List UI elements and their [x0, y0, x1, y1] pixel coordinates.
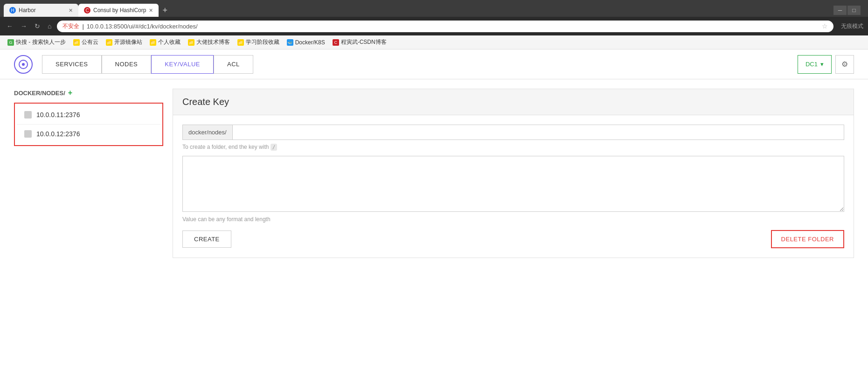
dc-label: DC1: [806, 61, 818, 68]
create-key-header: Create Key: [173, 89, 854, 115]
bookmark-star[interactable]: ☆: [822, 22, 828, 30]
hint-code-slash: /: [271, 144, 278, 151]
list-item[interactable]: 10.0.0.11:2376: [17, 105, 160, 125]
consul-logo-circle: [19, 60, 28, 69]
bookmark-3[interactable]: 📁 个人收藏: [147, 37, 183, 47]
bookmark-6-icon: 🐳: [287, 39, 293, 46]
bookmarks-bar: G 快搜 - 搜索快人一步 📁 公有云 📁 开源镜像站 📁 个人收藏 📁 大佬技…: [0, 35, 868, 49]
bookmark-2-icon: 📁: [106, 39, 112, 46]
forward-button[interactable]: →: [19, 21, 29, 31]
harbor-favicon: H: [9, 7, 16, 14]
address-url: 10.0.0.13:8500/ui/#/dc1/kv/docker/nodes/: [87, 23, 198, 30]
dc-selector-button[interactable]: DC1 ▾: [798, 55, 832, 74]
back-button[interactable]: ←: [5, 21, 15, 31]
hint-text-span: To create a folder, end the key with: [182, 144, 271, 150]
address-bar-row: ← → ↻ ⌂ 不安全 | 10.0.0.13:8500/ui/#/dc1/kv…: [0, 17, 868, 35]
key-input-row: docker/nodes/: [182, 125, 844, 140]
value-hint-text: Value can be any format and length: [182, 216, 844, 223]
bookmark-0[interactable]: G 快搜 - 搜索快人一步: [5, 37, 69, 47]
tab-harbor-label: Harbor: [19, 7, 36, 14]
bookmark-5-icon: 📁: [237, 39, 244, 46]
content-area: DOCKER/NODES/ + 10.0.0.11:2376 10.0.0.12…: [0, 79, 868, 267]
key-item-icon-1: [24, 130, 32, 138]
key-hint-text: To create a folder, end the key with /: [182, 144, 844, 150]
keyvalue-nav-button[interactable]: KEY/VALUE: [151, 55, 214, 74]
right-panel: Create Key docker/nodes/ To create a fol…: [173, 89, 854, 258]
folder-path-header: DOCKER/NODES/ +: [14, 89, 163, 97]
insecure-indicator: 不安全: [62, 22, 79, 30]
bookmark-6-label: Docker/K8S: [295, 39, 325, 46]
tab-consul-close[interactable]: ✕: [149, 7, 153, 14]
bookmark-3-icon: 📁: [150, 39, 156, 46]
settings-gear-button[interactable]: ⚙: [835, 55, 854, 74]
bookmark-1[interactable]: 📁 公有云: [70, 37, 101, 47]
browser-chrome: H Harbor ✕ C Consul by HashiCorp ✕ + ─ □…: [0, 0, 868, 49]
bookmark-7-icon: C: [333, 39, 339, 46]
tab-harbor-close[interactable]: ✕: [69, 7, 73, 14]
new-tab-button[interactable]: +: [159, 6, 171, 15]
dc-chevron-icon: ▾: [820, 61, 824, 68]
bookmark-5[interactable]: 📁 学习阶段收藏: [235, 37, 282, 47]
key-item-text-0: 10.0.0.11:2376: [36, 111, 80, 119]
tab-consul[interactable]: C Consul by HashiCorp ✕: [78, 4, 159, 17]
consul-logo: [14, 55, 33, 74]
bookmark-4-label: 大佬技术博客: [196, 38, 230, 46]
key-name-input[interactable]: [233, 125, 844, 140]
tab-consul-label: Consul by HashiCorp: [93, 7, 146, 14]
consul-favicon: C: [84, 7, 90, 14]
bookmark-6[interactable]: 🐳 Docker/K8S: [284, 38, 328, 47]
key-item-text-1: 10.0.0.12:2376: [36, 130, 80, 138]
bookmark-4-icon: 📁: [188, 39, 194, 46]
bookmark-2[interactable]: 📁 开源镜像站: [103, 37, 145, 47]
minimize-button[interactable]: ─: [833, 6, 847, 15]
refresh-button[interactable]: ↻: [33, 21, 42, 31]
window-controls: ─ □: [833, 6, 864, 15]
tab-harbor[interactable]: H Harbor ✕: [4, 4, 78, 17]
key-list: 10.0.0.11:2376 10.0.0.12:2376: [14, 103, 163, 146]
nodes-nav-button[interactable]: NODES: [102, 55, 152, 74]
key-item-icon-0: [24, 111, 32, 119]
create-button[interactable]: CREATE: [182, 230, 231, 248]
key-prefix-label: docker/nodes/: [183, 125, 233, 140]
bookmark-2-label: 开源镜像站: [114, 38, 142, 46]
list-item[interactable]: 10.0.0.12:2376: [17, 125, 160, 143]
create-key-title: Create Key: [182, 97, 844, 107]
folder-path-text: DOCKER/NODES/: [14, 90, 65, 97]
acl-nav-button[interactable]: ACL: [214, 55, 253, 74]
services-nav-button[interactable]: SERVICES: [42, 55, 102, 74]
tab-bar: H Harbor ✕ C Consul by HashiCorp ✕ + ─ □: [0, 0, 868, 17]
gear-icon: ⚙: [841, 60, 848, 68]
create-key-body: docker/nodes/ To create a folder, end th…: [173, 115, 854, 258]
maximize-button[interactable]: □: [847, 6, 861, 15]
bookmark-0-icon: G: [7, 39, 14, 46]
value-textarea[interactable]: [182, 156, 844, 212]
bookmark-4[interactable]: 📁 大佬技术博客: [185, 37, 233, 47]
bookmark-7[interactable]: C 程寅武-CSDN博客: [330, 37, 389, 47]
incognito-label: 无痕模式: [841, 22, 863, 30]
add-folder-icon[interactable]: +: [68, 89, 72, 97]
bookmark-5-label: 学习阶段收藏: [246, 38, 279, 46]
home-button[interactable]: ⌂: [46, 21, 53, 31]
bookmark-3-label: 个人收藏: [158, 38, 181, 46]
form-actions: CREATE DELETE FOLDER: [182, 230, 844, 248]
bookmark-1-icon: 📁: [73, 39, 80, 46]
bookmark-7-label: 程寅武-CSDN博客: [341, 38, 387, 46]
consul-nav: SERVICES NODES KEY/VALUE ACL DC1 ▾ ⚙: [0, 49, 868, 79]
delete-folder-button[interactable]: DELETE FOLDER: [771, 230, 844, 248]
consul-logo-dot: [22, 63, 25, 66]
bookmark-0-label: 快搜 - 搜索快人一步: [16, 38, 66, 46]
app-container: SERVICES NODES KEY/VALUE ACL DC1 ▾ ⚙ DOC…: [0, 49, 868, 377]
address-bar[interactable]: 不安全 | 10.0.0.13:8500/ui/#/dc1/kv/docker/…: [57, 21, 833, 32]
bookmark-1-label: 公有云: [82, 38, 98, 46]
left-panel: DOCKER/NODES/ + 10.0.0.11:2376 10.0.0.12…: [14, 89, 163, 258]
address-separator: |: [82, 23, 83, 30]
